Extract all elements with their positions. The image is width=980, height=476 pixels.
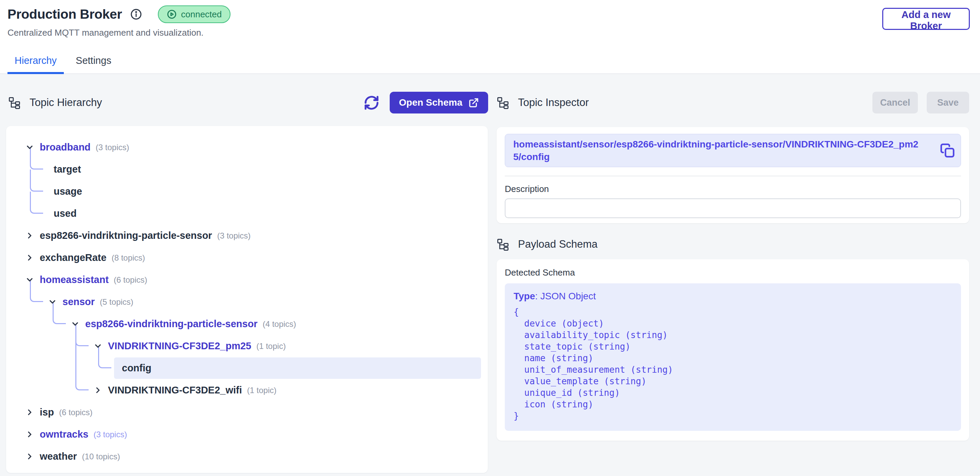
description-input[interactable] <box>505 198 961 218</box>
tree-row-broadband[interactable]: broadband(3 topics) <box>6 136 488 158</box>
tree-label: target <box>54 164 81 175</box>
chevron-down-icon[interactable] <box>71 319 80 329</box>
topic-count: (1 topic) <box>256 342 286 351</box>
tree-row-target[interactable]: target <box>6 158 488 180</box>
hierarchy-title-group: Topic Hierarchy <box>8 96 102 109</box>
add-broker-button[interactable]: Add a new Broker <box>882 8 970 30</box>
chevron-right-icon[interactable] <box>25 253 34 262</box>
schema-body: { device (object) availability_topic (st… <box>514 306 952 422</box>
tab-bar: Hierarchy Settings <box>0 48 980 74</box>
payload-schema-header: Payload Schema <box>496 233 597 256</box>
circle-play-icon <box>167 9 177 19</box>
payload-title-group: Payload Schema <box>496 238 597 251</box>
description-label: Description <box>505 184 961 194</box>
tree-row-weather[interactable]: weather(10 topics) <box>6 446 488 468</box>
title-row: Production Broker connected <box>8 5 231 23</box>
selected-row-highlight <box>114 358 481 379</box>
page-title: Production Broker <box>8 7 122 22</box>
tree-connector-line <box>30 169 43 192</box>
chevron-down-icon[interactable] <box>25 143 34 152</box>
tree-row-owntracks[interactable]: owntracks(3 topics) <box>6 423 488 446</box>
topic-count: (5 topics) <box>100 297 134 307</box>
tree-label: homeassistant <box>40 274 109 285</box>
external-link-icon <box>468 97 479 108</box>
tree-label: VINDRIKTNING-CF3DE2_wifi <box>108 385 242 396</box>
hierarchy-header: Topic Hierarchy Open Schema <box>6 91 488 114</box>
refresh-button[interactable] <box>364 95 380 111</box>
chevron-right-icon[interactable] <box>25 231 34 240</box>
topic-count: (6 topics) <box>59 408 93 417</box>
tree-label: sensor <box>62 296 95 307</box>
tree-row-isp[interactable]: isp(6 topics) <box>6 401 488 423</box>
tree-label: esp8266-vindriktning-particle-sensor <box>85 318 258 329</box>
inspector-title-group: Topic Inspector <box>496 96 589 109</box>
topic-count: (10 topics) <box>82 452 120 462</box>
schema-type-label: Type <box>514 291 535 301</box>
schema-type-line: Type: JSON Object <box>514 291 952 302</box>
tree-connector-line <box>75 324 89 390</box>
topic-count: (4 topics) <box>263 319 296 329</box>
chevron-right-icon[interactable] <box>25 452 34 461</box>
topic-tree: broadband(3 topics)targetusageusedesp826… <box>6 136 488 468</box>
copy-button[interactable] <box>940 143 955 158</box>
tree-row-VINDRIKTNING-CF3DE2_wifi[interactable]: VINDRIKTNING-CF3DE2_wifi(1 topic) <box>6 379 488 401</box>
topic-path-box: homeassistant/sensor/esp8266-vindriktnin… <box>505 134 961 167</box>
inspector-header: Topic Inspector Cancel Save <box>496 91 969 114</box>
inspector-divider <box>505 176 961 176</box>
chevron-down-icon[interactable] <box>93 342 102 351</box>
cancel-button[interactable]: Cancel <box>872 92 918 113</box>
tree-label: isp <box>40 407 54 418</box>
copy-icon <box>940 143 955 158</box>
topic-hierarchy-panel: broadband(3 topics)targetusageusedesp826… <box>6 126 488 473</box>
tab-settings[interactable]: Settings <box>68 47 118 74</box>
detected-schema-box: Type: JSON Object { device (object) avai… <box>505 283 961 431</box>
topic-path: homeassistant/sensor/esp8266-vindriktnin… <box>513 138 924 163</box>
chevron-right-icon[interactable] <box>25 408 34 417</box>
tree-label: broadband <box>40 142 91 153</box>
topic-count: (3 topics) <box>93 430 127 439</box>
tree-row-sensor[interactable]: sensor(5 topics) <box>6 291 488 313</box>
payload-schema-panel: Detected Schema Type: JSON Object { devi… <box>496 259 969 441</box>
payload-panel-title: Payload Schema <box>518 238 597 251</box>
tree-label: config <box>122 363 151 374</box>
open-schema-label: Open Schema <box>399 97 462 108</box>
topic-count: (3 topics) <box>217 231 251 241</box>
inspector-panel-title: Topic Inspector <box>518 96 589 109</box>
schema-type-value: : JSON Object <box>535 291 596 301</box>
page-subtitle: Centralized MQTT management and visualiz… <box>8 27 204 38</box>
topic-count: (6 topics) <box>114 275 147 285</box>
tab-hierarchy[interactable]: Hierarchy <box>8 47 64 74</box>
hierarchy-tree-icon <box>8 96 21 109</box>
tree-row-exchangeRate[interactable]: exchangeRate(8 topics) <box>6 247 488 269</box>
tree-connector-line <box>30 192 43 214</box>
info-icon[interactable] <box>130 8 142 21</box>
tree-row-homeassistant[interactable]: homeassistant(6 topics) <box>6 269 488 291</box>
hierarchy-tree-icon <box>496 96 509 109</box>
hierarchy-tree-icon <box>496 238 509 251</box>
hierarchy-panel-title: Topic Hierarchy <box>30 96 102 109</box>
chevron-right-icon[interactable] <box>25 430 34 439</box>
topic-count: (1 topic) <box>247 386 277 395</box>
save-button[interactable]: Save <box>927 92 969 113</box>
status-text: connected <box>181 9 222 20</box>
chevron-down-icon[interactable] <box>25 275 34 284</box>
tree-row-esp8266-vindriktning-particle-sensor[interactable]: esp8266-vindriktning-particle-sensor(3 t… <box>6 225 488 247</box>
topic-count: (8 topics) <box>112 253 145 263</box>
tab-settings-label: Settings <box>76 55 111 66</box>
open-schema-button[interactable]: Open Schema <box>390 92 488 113</box>
tree-label: exchangeRate <box>40 252 107 263</box>
topic-count: (3 topics) <box>96 143 129 152</box>
content-area: Topic Hierarchy Open Schema broadband(3 … <box>0 74 980 476</box>
chevron-right-icon[interactable] <box>93 386 102 395</box>
tree-label: usage <box>54 186 82 197</box>
status-badge: connected <box>158 5 231 23</box>
tree-label: VINDRIKTNING-CF3DE2_pm25 <box>108 340 251 351</box>
tab-hierarchy-label: Hierarchy <box>14 55 57 66</box>
tree-label: esp8266-vindriktning-particle-sensor <box>40 230 212 241</box>
chevron-down-icon[interactable] <box>48 297 57 307</box>
tree-row-usage[interactable]: usage <box>6 180 488 203</box>
tree-label: owntracks <box>40 429 88 440</box>
topic-inspector-panel: homeassistant/sensor/esp8266-vindriktnin… <box>496 127 969 223</box>
tree-row-used[interactable]: used <box>6 203 488 225</box>
tree-label: weather <box>40 451 77 462</box>
